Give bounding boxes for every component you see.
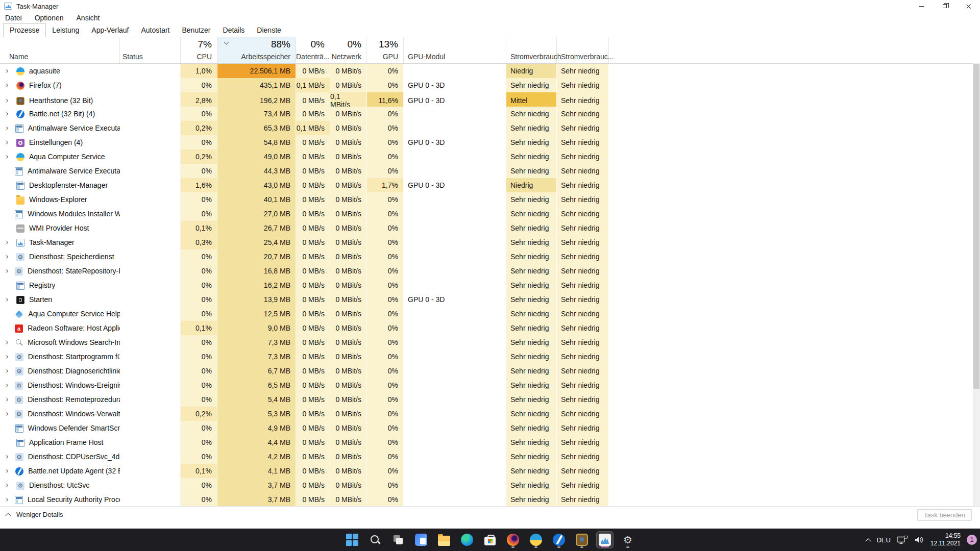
taskbar-task-view-icon[interactable] [389, 531, 407, 548]
process-name-cell[interactable]: ›Einstellungen (4) [0, 135, 120, 149]
process-name-cell[interactable]: ›⚙Diensthost: Windows-Ereignispr... [0, 378, 120, 392]
taskbar-hearthstone-icon[interactable] [573, 531, 591, 548]
expand-chevron-icon[interactable]: › [4, 138, 16, 147]
minimize-button[interactable] [910, 0, 933, 12]
tab-app-verlauf[interactable]: App-Verlauf [85, 24, 135, 37]
taskbar-task-manager-icon[interactable] [596, 531, 614, 548]
column-header-name[interactable]: Name [0, 37, 120, 63]
process-name-cell[interactable]: Windows-Explorer [0, 192, 120, 207]
process-name-cell[interactable]: ›Battle.net (32 Bit) (4) [0, 107, 120, 121]
taskbar-search-icon[interactable] [366, 531, 384, 548]
column-header-network[interactable]: 0%Netzwerk [330, 37, 367, 63]
process-row[interactable]: ›⚙Diensthost: Diagnoserichtlinien...0%6,… [0, 364, 609, 378]
expand-chevron-icon[interactable]: › [4, 495, 15, 504]
expand-chevron-icon[interactable]: › [4, 66, 16, 76]
taskbar-battlenet-icon[interactable] [550, 531, 568, 548]
process-name-cell[interactable]: ›Firefox (7) [0, 78, 120, 92]
expand-chevron-icon[interactable]: › [4, 238, 16, 247]
process-row[interactable]: ›Antimalware Service Executable0,2%65,3 … [0, 121, 609, 135]
process-name-cell[interactable]: ›Microsoft Windows Search-Inde... [0, 335, 120, 349]
process-name-cell[interactable]: ›aquasuite [0, 64, 120, 78]
notification-badge[interactable]: 1 [967, 535, 977, 545]
column-header-power-trend[interactable]: Stromverbrauc... [557, 37, 609, 63]
process-row[interactable]: ›⚙Diensthost: CDPUserSvc_4d9e80%4,2 MB0 … [0, 449, 609, 464]
expand-chevron-icon[interactable]: › [4, 352, 15, 361]
process-row[interactable]: ›Aqua Computer Service0,2%49,0 MB0 MB/s0… [0, 149, 609, 164]
process-row[interactable]: WMI Provider Host0,1%26,7 MB0 MB/s0 MBit… [0, 221, 609, 235]
process-name-cell[interactable]: aRadeon Software: Host Applicat... [0, 321, 120, 335]
taskbar-microsoft-store-icon[interactable] [481, 531, 499, 548]
process-row[interactable]: ›Firefox (7)0%435,1 MB0,1 MB/s0 MBit/s0%… [0, 78, 609, 92]
process-name-cell[interactable]: ›⚙Diensthost: UtcSvc [0, 478, 120, 492]
process-name-cell[interactable]: ›Antimalware Service Executable [0, 121, 120, 135]
tab-benutzer[interactable]: Benutzer [176, 24, 217, 37]
process-name-cell[interactable]: ›⚙Diensthost: Diagnoserichtlinien... [0, 364, 120, 378]
process-row[interactable]: Antimalware Service Executable...0%44,3 … [0, 164, 609, 178]
column-header-gpu[interactable]: 13%GPU [367, 37, 404, 63]
expand-chevron-icon[interactable]: › [4, 81, 16, 90]
menu-item-optionen[interactable]: Optionen [35, 13, 69, 23]
taskbar-widgets-icon[interactable] [412, 531, 430, 548]
expand-chevron-icon[interactable]: › [4, 409, 15, 418]
vertical-scrollbar[interactable] [973, 63, 980, 506]
process-row[interactable]: ›⚙Diensthost: Windows-Ereignispr...0%6,5… [0, 378, 609, 392]
expand-chevron-icon[interactable]: › [4, 452, 15, 461]
column-header-power[interactable]: Stromverbrauch [506, 37, 557, 63]
process-name-cell[interactable]: ›⚙Diensthost: Windows-Verwaltun... [0, 407, 120, 421]
taskbar-file-explorer-icon[interactable] [435, 531, 453, 548]
process-name-cell[interactable]: Application Frame Host [0, 435, 120, 449]
process-name-cell[interactable]: ›Starten [0, 292, 120, 307]
process-row[interactable]: Desktopfenster-Manager1,6%43,0 MB0 MB/s0… [0, 178, 609, 192]
process-row[interactable]: ›⚙Diensthost: UtcSvc0%3,7 MB0 MB/s0 MBit… [0, 478, 609, 492]
expand-chevron-icon[interactable]: › [4, 366, 15, 375]
process-name-cell[interactable]: ›Local Security Authority Process... [0, 492, 120, 507]
expand-chevron-icon[interactable]: › [4, 481, 16, 490]
expand-chevron-icon[interactable]: › [4, 96, 16, 105]
maximize-button[interactable] [933, 0, 957, 12]
expand-chevron-icon[interactable]: › [4, 466, 15, 475]
process-name-cell[interactable]: ›⚙Diensthost: CDPUserSvc_4d9e8 [0, 449, 120, 464]
expand-chevron-icon[interactable]: › [4, 252, 16, 261]
tab-autostart[interactable]: Autostart [135, 24, 176, 37]
taskbar-edge-icon[interactable] [458, 531, 476, 548]
process-row[interactable]: ›Starten0%13,9 MB0 MB/s0 MBit/s0%GPU 0 -… [0, 292, 609, 307]
process-row[interactable]: Windows Defender SmartScreen0%4,9 MB0 MB… [0, 421, 609, 435]
expand-chevron-icon[interactable]: › [4, 295, 16, 304]
end-task-button[interactable]: Task beenden [917, 509, 972, 521]
column-header-gpu-module[interactable]: GPU-Modul [404, 37, 506, 63]
taskbar-settings-icon[interactable]: ⚙ [619, 531, 636, 548]
column-header-memory[interactable]: 88%Arbeitsspeicher [217, 37, 296, 63]
process-row[interactable]: Application Frame Host0%4,4 MB0 MB/s0 MB… [0, 435, 609, 449]
tab-leistung[interactable]: Leistung [46, 24, 85, 37]
process-name-cell[interactable]: ›Aqua Computer Service [0, 149, 120, 164]
process-row[interactable]: ›Task-Manager0,3%25,4 MB0 MB/s0 MBit/s0%… [0, 235, 609, 249]
language-indicator[interactable]: DEU [876, 536, 890, 544]
process-row[interactable]: ›Hearthstone (32 Bit)2,8%196,2 MB0 MB/s0… [0, 92, 609, 107]
close-button[interactable] [957, 0, 980, 12]
expand-chevron-icon[interactable]: › [4, 395, 15, 404]
process-name-cell[interactable]: ›⚙Diensthost: Speicherdienst [0, 249, 120, 264]
tab-details[interactable]: Details [217, 24, 251, 37]
column-header-disk[interactable]: 0%Datenträ... [296, 37, 330, 63]
hidden-icons-chevron-icon[interactable] [866, 538, 871, 544]
process-name-cell[interactable]: Antimalware Service Executable... [0, 164, 120, 178]
process-name-cell[interactable]: Windows Modules Installer Wor... [0, 207, 120, 221]
process-name-cell[interactable]: Windows Defender SmartScreen [0, 421, 120, 435]
expand-chevron-icon[interactable]: › [4, 123, 15, 133]
process-row[interactable]: ›⚙Diensthost: Remoteprozedurauf...0%5,4 … [0, 392, 609, 407]
process-row[interactable]: ›Battle.net Update Agent (32 Bit)0,1%4,1… [0, 464, 609, 478]
scrollbar-thumb[interactable] [973, 64, 979, 389]
process-row[interactable]: ›Local Security Authority Process...0%3,… [0, 492, 609, 507]
expand-chevron-icon[interactable]: › [4, 152, 16, 161]
column-header-cpu[interactable]: 7%CPU [181, 37, 217, 63]
volume-icon[interactable] [914, 536, 924, 544]
expand-chevron-icon[interactable]: › [4, 338, 15, 347]
taskbar-firefox-icon[interactable] [504, 531, 522, 548]
expand-chevron-icon[interactable]: › [4, 381, 15, 390]
process-row[interactable]: Windows-Explorer0%40,1 MB0 MB/s0 MBit/s0… [0, 192, 609, 207]
process-name-cell[interactable]: ›Task-Manager [0, 235, 120, 249]
process-row[interactable]: ›⚙Diensthost: Windows-Verwaltun...0,2%5,… [0, 407, 609, 421]
process-name-cell[interactable]: WMI Provider Host [0, 221, 120, 235]
process-name-cell[interactable]: Desktopfenster-Manager [0, 178, 120, 192]
process-row[interactable]: ›⚙Diensthost: Speicherdienst0%20,7 MB0 M… [0, 249, 609, 264]
